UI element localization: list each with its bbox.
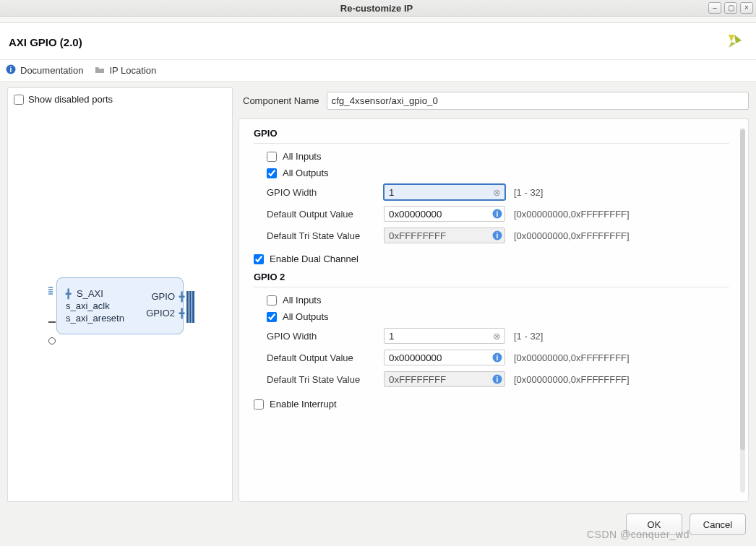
window-maximize-icon[interactable]: ▢ (724, 2, 737, 14)
gpio2-default-output-hint: [0x00000000,0xFFFFFFFF] (514, 352, 630, 363)
diagram-panel: Show disabled ports ╋S_AXI s_axi_aclk s_… (7, 87, 233, 502)
info-icon: i (492, 230, 502, 240)
svg-text:i: i (497, 232, 499, 240)
svg-text:i: i (497, 376, 499, 384)
gpio-default-output-input[interactable] (384, 206, 505, 222)
info-icon: i (492, 209, 502, 219)
menubar (0, 17, 756, 23)
svg-text:i: i (497, 210, 499, 218)
toolbar: i Documentation IP Location (0, 59, 756, 82)
scrollbar-thumb[interactable] (740, 129, 745, 450)
svg-text:i: i (497, 354, 499, 362)
enable-dual-channel-label: Enable Dual Channel (270, 254, 358, 264)
page-header: AXI GPIO (2.0) (0, 23, 756, 59)
window-title: Re-customize IP (45, 3, 708, 14)
gpio-tristate-label: Default Tri State Value (267, 230, 375, 241)
enable-interrupt-label: Enable Interrupt (270, 399, 337, 410)
window-close-icon[interactable]: × (740, 2, 753, 14)
gpio2-tristate-label: Default Tri State Value (267, 374, 375, 385)
port-gpio2: GPIO2 (146, 308, 175, 318)
show-disabled-ports-label: Show disabled ports (28, 94, 113, 105)
expand-icon[interactable]: ╋ (179, 292, 184, 302)
info-icon: i (492, 352, 502, 363)
gpio-width-hint: [1 - 32] (514, 187, 543, 198)
gpio2-width-hint: [1 - 32] (514, 331, 543, 342)
ip-location-label: IP Location (109, 65, 156, 76)
documentation-button[interactable]: i Documentation (6, 64, 83, 77)
info-icon: i (6, 64, 16, 77)
config-groupbox: GPIO All Inputs All Outputs GPIO Width (239, 118, 749, 502)
ip-location-button[interactable]: IP Location (95, 64, 156, 77)
gpio-default-output-hint: [0x00000000,0xFFFFFFFF] (514, 209, 630, 220)
port-s-axi-aresetn: s_axi_aresetn (66, 313, 124, 324)
gpio2-all-outputs-label: All Outputs (283, 311, 329, 322)
form-panel: Component Name GPIO All Inputs All Outpu… (239, 87, 749, 502)
svg-text:i: i (10, 66, 12, 74)
info-icon: i (492, 374, 502, 384)
gpio2-section-title: GPIO 2 (254, 272, 729, 282)
gpio2-width-input[interactable] (384, 328, 505, 344)
show-disabled-ports-checkbox[interactable] (14, 95, 24, 105)
cancel-button[interactable]: Cancel (690, 514, 746, 535)
component-name-input[interactable] (327, 92, 749, 110)
gpio-default-output-label: Default Output Value (267, 209, 375, 220)
gpio-all-outputs-label: All Outputs (283, 168, 329, 178)
expand-icon[interactable]: ╋ (179, 308, 184, 318)
gpio-section-title: GPIO (254, 128, 729, 139)
documentation-label: Documentation (20, 65, 83, 76)
xilinx-logo-icon (721, 32, 744, 52)
scrollbar[interactable] (740, 128, 745, 493)
expand-icon[interactable]: ╋ (66, 289, 71, 299)
gpio-all-inputs-label: All Inputs (283, 151, 321, 162)
watermark: CSDN @conquer_wd (587, 529, 690, 540)
gpio-width-label: GPIO Width (267, 187, 375, 198)
gpio-width-input[interactable] (384, 184, 505, 200)
window-minimize-icon[interactable]: – (708, 2, 721, 14)
svg-marker-0 (729, 35, 734, 42)
main-area: Show disabled ports ╋S_AXI s_axi_aclk s_… (0, 82, 756, 505)
ip-block[interactable]: ╋S_AXI s_axi_aclk s_axi_aresetn GPIO╋ GP… (56, 277, 184, 334)
titlebar: Re-customize IP – ▢ × (0, 0, 756, 17)
enable-interrupt-checkbox[interactable] (254, 399, 264, 410)
gpio-tristate-input (384, 228, 505, 243)
gpio2-tristate-hint: [0x00000000,0xFFFFFFFF] (514, 374, 630, 385)
enable-dual-channel-checkbox[interactable] (254, 254, 264, 264)
gpio2-tristate-input (384, 371, 505, 387)
gpio2-all-inputs-label: All Inputs (283, 295, 321, 306)
gpio2-default-output-label: Default Output Value (267, 352, 375, 363)
folder-icon (95, 64, 105, 77)
gpio2-width-label: GPIO Width (267, 331, 375, 342)
gpio-all-inputs-checkbox[interactable] (267, 152, 277, 162)
port-s-axi: S_AXI (77, 288, 103, 299)
gpio2-default-output-input[interactable] (384, 350, 505, 365)
gpio2-all-inputs-checkbox[interactable] (267, 295, 277, 306)
svg-marker-2 (729, 42, 736, 48)
svg-marker-1 (734, 35, 742, 43)
gpio2-all-outputs-checkbox[interactable] (267, 312, 277, 322)
component-name-label: Component Name (243, 95, 319, 106)
port-gpio: GPIO (151, 291, 175, 302)
page-title: AXI GPIO (2.0) (9, 36, 82, 48)
gpio-all-outputs-checkbox[interactable] (267, 168, 277, 178)
gpio-tristate-hint: [0x00000000,0xFFFFFFFF] (514, 230, 630, 241)
port-s-axi-aclk: s_axi_aclk (66, 300, 110, 311)
